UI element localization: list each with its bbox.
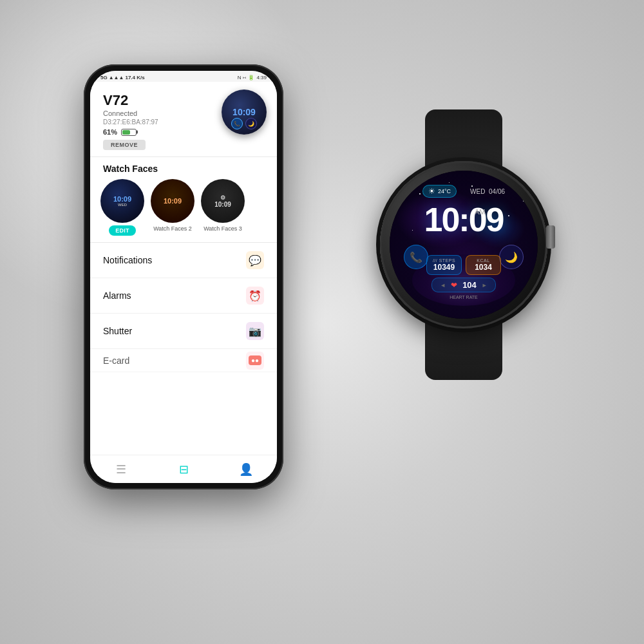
watch-crown bbox=[546, 225, 555, 249]
watch-time: 10:09 AM bbox=[390, 203, 538, 236]
profile-nav-icon: 👤 bbox=[239, 462, 253, 477]
kcal-value: 1034 bbox=[475, 263, 492, 272]
watch-top-row: ◄ ☀ 24°C WED 04/06 ► bbox=[390, 185, 538, 198]
scene: 5G ▲▲▲ 17.4 K/s N ⑅ 🔋 4:39 V72 Connected bbox=[32, 32, 612, 612]
speed-indicator: 17.4 K/s bbox=[125, 75, 144, 80]
steps-value: 10349 bbox=[433, 263, 455, 272]
signal-bars: ▲▲▲ bbox=[109, 75, 124, 80]
remove-button[interactable]: REMOVE bbox=[103, 140, 146, 150]
heart-rate-row: ◄ ❤ 104 ► bbox=[431, 278, 496, 292]
left-arrow-icon: ◄ bbox=[402, 188, 409, 195]
steps-stat-box: /// STEPS 10349 bbox=[426, 255, 462, 275]
watch-face-label-3: Watch Faces 3 bbox=[204, 225, 242, 232]
watch-face-item-1[interactable]: 10:09 WED EDIT bbox=[100, 179, 144, 236]
sun-icon: ☀ bbox=[428, 187, 435, 196]
alarms-icon: ⏰ bbox=[246, 287, 264, 305]
watch-face-item-2[interactable]: 10:09 Watch Faces 2 bbox=[151, 179, 194, 236]
bluetooth-icon: ⑅ bbox=[243, 75, 246, 80]
watch-faces-title: Watch Faces bbox=[90, 157, 277, 179]
watch-date-value: 04/06 bbox=[489, 188, 505, 195]
wf-time-2: 10:09 bbox=[164, 197, 182, 205]
watch-stats: /// STEPS 10349 KCAL 1034 ◄ ❤ 104 bbox=[390, 255, 538, 299]
heart-rate-value: 104 bbox=[462, 280, 477, 290]
phone-inner: 5G ▲▲▲ 17.4 K/s N ⑅ 🔋 4:39 V72 Connected bbox=[90, 71, 277, 483]
watch-body: ◄ ☀ 24°C WED 04/06 ► bbox=[348, 109, 580, 380]
menu-item-shutter[interactable]: Shutter 📷 bbox=[90, 314, 277, 349]
notifications-label: Notifications bbox=[103, 255, 152, 265]
watch-face-circle-2: 10:09 bbox=[151, 179, 194, 223]
nav-item-home[interactable]: ⊟ bbox=[153, 455, 215, 483]
menu-nav-icon: ☰ bbox=[116, 462, 126, 477]
hr-right-arrow: ► bbox=[482, 282, 488, 289]
status-bar: 5G ▲▲▲ 17.4 K/s N ⑅ 🔋 4:39 bbox=[90, 71, 277, 82]
ecard-icon: ●● bbox=[246, 352, 264, 370]
notification-icon: N bbox=[238, 75, 242, 80]
temperature-value: 24°C bbox=[438, 188, 451, 194]
smartwatch: ◄ ☀ 24°C WED 04/06 ► bbox=[348, 109, 580, 380]
menu-item-notifications[interactable]: Notifications 💬 bbox=[90, 243, 277, 278]
weather-badge: ☀ 24°C bbox=[422, 185, 457, 198]
kcal-stat-box: KCAL 1034 bbox=[466, 255, 501, 275]
battery-bar bbox=[121, 129, 137, 136]
watch-date: WED 04/06 bbox=[470, 188, 505, 195]
network-indicator: 5G bbox=[100, 75, 108, 80]
hr-left-arrow: ◄ bbox=[440, 282, 446, 289]
home-nav-icon: ⊟ bbox=[179, 462, 189, 477]
shutter-icon: 📷 bbox=[246, 322, 264, 340]
watch-thumb-image: 10:09 📞 🌙 bbox=[222, 90, 267, 135]
right-arrow-icon: ► bbox=[518, 188, 525, 195]
watch-face-label-2: Watch Faces 2 bbox=[153, 225, 192, 232]
watch-face-circle-3: ⚙ 10:09 bbox=[201, 179, 245, 223]
ecard-label: E-card bbox=[103, 355, 129, 366]
battery-fill bbox=[122, 130, 130, 135]
nav-item-profile[interactable]: 👤 bbox=[214, 455, 277, 483]
phone: 5G ▲▲▲ 17.4 K/s N ⑅ 🔋 4:39 V72 Connected bbox=[84, 64, 283, 489]
watch-thumbnail: 10:09 📞 🌙 bbox=[222, 90, 267, 135]
menu-item-alarms[interactable]: Alarms ⏰ bbox=[90, 278, 277, 314]
watch-face-item-3[interactable]: ⚙ 10:09 Watch Faces 3 bbox=[201, 179, 245, 236]
alarms-label: Alarms bbox=[103, 290, 131, 301]
watch-ampm: AM bbox=[475, 208, 486, 216]
app-header: V72 Connected D3:27:E6:BA:87:97 61% REMO… bbox=[90, 82, 277, 156]
bottom-nav: ☰ ⊟ 👤 bbox=[90, 455, 277, 483]
status-left: 5G ▲▲▲ 17.4 K/s bbox=[100, 75, 145, 80]
heart-rate-label: HEART RATE bbox=[450, 295, 478, 299]
watch-day: WED bbox=[470, 188, 485, 195]
status-time: 4:39 bbox=[256, 75, 267, 80]
watch-screen: ◄ ☀ 24°C WED 04/06 ► bbox=[390, 171, 538, 319]
nav-item-menu[interactable]: ☰ bbox=[90, 455, 153, 483]
app-content: V72 Connected D3:27:E6:BA:87:97 61% REMO… bbox=[90, 82, 277, 455]
steps-label: /// STEPS bbox=[433, 258, 455, 263]
battery-percent: 61% bbox=[103, 128, 117, 136]
watch-faces-row: 10:09 WED EDIT 10:09 Watch bbox=[90, 179, 277, 242]
notifications-icon: 💬 bbox=[246, 251, 264, 269]
battery-status: 🔋 bbox=[248, 75, 254, 80]
shutter-label: Shutter bbox=[103, 326, 132, 336]
wf-time-3: ⚙ 10:09 bbox=[214, 194, 231, 208]
watch-stats-row-1: /// STEPS 10349 KCAL 1034 bbox=[426, 255, 501, 275]
heart-icon: ❤ bbox=[451, 281, 457, 290]
kcal-label: KCAL bbox=[477, 258, 489, 263]
menu-item-ecard[interactable]: E-card ●● bbox=[90, 349, 277, 372]
status-right: N ⑅ 🔋 4:39 bbox=[238, 75, 267, 80]
watch-time-digits: 10:09 bbox=[424, 201, 504, 238]
edit-badge[interactable]: EDIT bbox=[109, 225, 136, 236]
watch-case: ◄ ☀ 24°C WED 04/06 ► bbox=[380, 161, 547, 328]
watch-face-circle-1: 10:09 WED bbox=[100, 179, 144, 223]
wf-time-1: 10:09 WED bbox=[113, 195, 131, 207]
